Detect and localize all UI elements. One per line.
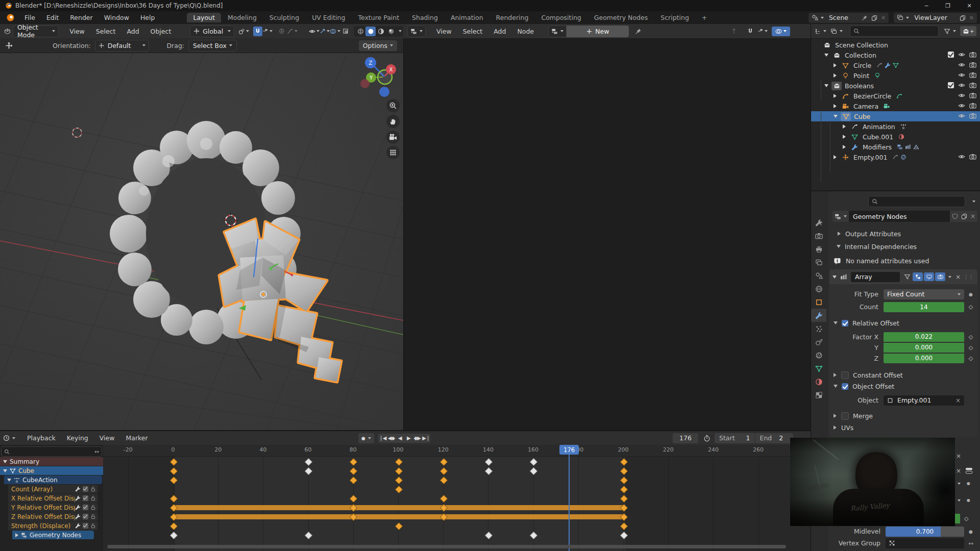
- xray-toggle[interactable]: [340, 27, 351, 36]
- partial-strength-field[interactable]: ◇: [953, 514, 968, 523]
- node-menu-view[interactable]: View: [431, 28, 457, 35]
- expand-arrow[interactable]: [834, 73, 837, 78]
- properties-tab-particles[interactable]: [811, 322, 826, 335]
- output-attributes-section[interactable]: Output Attributes: [838, 229, 901, 238]
- channel-cube[interactable]: Cube: [0, 466, 106, 475]
- expand-arrow[interactable]: [834, 104, 837, 108]
- outliner-row-animation[interactable]: Animation: [811, 121, 980, 132]
- keyframe-f160[interactable]: [530, 458, 538, 466]
- keyframe-f120[interactable]: [439, 495, 448, 503]
- hide-in-viewport-toggle[interactable]: [958, 61, 965, 70]
- close-button[interactable]: ✕: [959, 0, 980, 11]
- properties-options-caret[interactable]: [972, 201, 975, 203]
- copy-data-icon[interactable]: [961, 213, 967, 219]
- held-keyframe-bar[interactable]: [173, 505, 623, 510]
- pin-icon[interactable]: [862, 15, 868, 21]
- disable-in-renders-toggle[interactable]: [969, 51, 976, 60]
- overlays-toggle[interactable]: [330, 27, 340, 36]
- outliner-row-beziercircle[interactable]: BezierCircle: [811, 91, 980, 101]
- channel-cubeaction[interactable]: CubeAction: [4, 475, 102, 484]
- outliner-row-camera[interactable]: Camera: [811, 101, 980, 111]
- unlink-scene-icon[interactable]: ×: [881, 14, 886, 21]
- pivot-point-selector[interactable]: [238, 27, 249, 36]
- gizmos-toggle[interactable]: [320, 27, 330, 36]
- keyframe-diamond[interactable]: ◇: [964, 355, 977, 362]
- relative-offset-checkbox[interactable]: [842, 320, 848, 327]
- keyframe-f100[interactable]: [395, 522, 403, 531]
- workspace-tab-shading[interactable]: Shading: [406, 13, 444, 22]
- expand-arrow[interactable]: [834, 115, 838, 118]
- timeline-horizontal-scrollbar[interactable]: [107, 545, 786, 548]
- viewport-menu-object[interactable]: Object: [145, 28, 177, 35]
- channel-strength-displace-[interactable]: Strength (Displace): [8, 521, 98, 530]
- frame-end-field[interactable]: End 2: [755, 433, 793, 443]
- menu-help[interactable]: Help: [135, 14, 161, 21]
- workspace-tab-animation[interactable]: Animation: [445, 13, 489, 22]
- keyframe-f160[interactable]: [530, 467, 538, 475]
- keyframe-f120[interactable]: [439, 477, 448, 485]
- new-collection-button[interactable]: +: [960, 26, 976, 36]
- clear-object-icon[interactable]: ×: [955, 397, 961, 404]
- keyframe-f100[interactable]: [395, 486, 403, 494]
- animate-dot[interactable]: ●: [964, 529, 977, 534]
- edit-mode-display-icon[interactable]: [904, 273, 911, 280]
- snap-target-selector[interactable]: [262, 27, 273, 36]
- outliner-row-point[interactable]: Point: [811, 70, 980, 81]
- geometry-node-editor[interactable]: [403, 24, 811, 430]
- outliner-row-cube-001[interactable]: Cube.001: [811, 132, 980, 142]
- animate-dot[interactable]: ●: [964, 292, 977, 297]
- count-field[interactable]: 14: [884, 302, 964, 312]
- outliner-filter-button[interactable]: [944, 28, 956, 35]
- timeline-menu-view[interactable]: View: [94, 434, 120, 442]
- channel-enable-checkbox[interactable]: [83, 523, 88, 529]
- keyframe-diamond[interactable]: ◇: [964, 304, 977, 310]
- keyframe-f160[interactable]: [530, 532, 538, 540]
- properties-tab-world[interactable]: [811, 282, 826, 295]
- properties-tab-physics[interactable]: [811, 335, 826, 348]
- render-display-toggle[interactable]: [935, 272, 945, 281]
- keyframe-f80[interactable]: [350, 495, 358, 503]
- uvs-section[interactable]: UVs: [834, 423, 853, 432]
- parent-node-tree-icon[interactable]: ↑: [731, 27, 737, 35]
- object-offset-checkbox[interactable]: [842, 383, 848, 390]
- channel-enable-checkbox[interactable]: [83, 505, 88, 510]
- editor-type-3d-viewport-icon[interactable]: [4, 28, 11, 35]
- channel-y-relative-offset-displacer[interactable]: Y Relative Offset Displacer: [8, 503, 98, 512]
- hide-in-viewport-toggle[interactable]: [958, 102, 965, 111]
- viewport-menu-select[interactable]: Select: [90, 28, 121, 35]
- constant-offset-section[interactable]: Constant Offset: [834, 370, 903, 380]
- channel-enable-checkbox[interactable]: [83, 495, 88, 501]
- timeline-menu-keying[interactable]: Keying: [61, 434, 94, 442]
- drag-mode-selector[interactable]: Select Box: [188, 40, 237, 52]
- realtime-display-toggle[interactable]: [924, 272, 934, 281]
- keyframe-f100[interactable]: [395, 458, 403, 466]
- expand-arrow[interactable]: [834, 94, 837, 98]
- properties-tab-output[interactable]: [811, 242, 826, 256]
- workspace-tab-sculpting[interactable]: Sculpting: [263, 13, 305, 22]
- jump-to-next-keyframe-button[interactable]: ◆▶: [413, 434, 422, 443]
- menu-edit[interactable]: Edit: [41, 14, 64, 21]
- frame-start-field[interactable]: Start 1: [715, 433, 755, 443]
- fit-type-dropdown[interactable]: Fixed Count: [884, 289, 964, 299]
- modifier-wrench-icon[interactable]: [75, 523, 81, 529]
- constant-offset-checkbox[interactable]: [841, 371, 849, 379]
- channel-enable-checkbox[interactable]: [83, 514, 88, 519]
- new-scene-icon[interactable]: [871, 15, 877, 21]
- object-offset-field[interactable]: Empty.001 ×: [884, 395, 964, 406]
- properties-tab-modifiers[interactable]: [811, 309, 826, 322]
- disable-in-renders-toggle[interactable]: [969, 82, 976, 90]
- timeline-ruler[interactable]: -20020406080100120140160180200220240260: [103, 445, 811, 457]
- hide-in-viewport-toggle[interactable]: [958, 153, 965, 162]
- properties-tab-material[interactable]: [811, 375, 826, 388]
- keyframe-f80[interactable]: [350, 477, 358, 485]
- jump-to-prev-keyframe-button[interactable]: ◀◆: [387, 434, 396, 443]
- channel-search-input[interactable]: ↔: [1, 446, 102, 457]
- new-node-group-button[interactable]: + New: [567, 26, 629, 37]
- menu-window[interactable]: Window: [99, 14, 135, 21]
- scene-selector[interactable]: Scene ×: [808, 13, 889, 23]
- held-keyframe-bar[interactable]: [173, 514, 623, 519]
- hide-in-viewport-toggle[interactable]: [958, 51, 965, 60]
- disable-in-renders-toggle[interactable]: [969, 153, 976, 162]
- partial-close-icon[interactable]: ×: [956, 453, 961, 460]
- snap-toggle[interactable]: [253, 27, 262, 36]
